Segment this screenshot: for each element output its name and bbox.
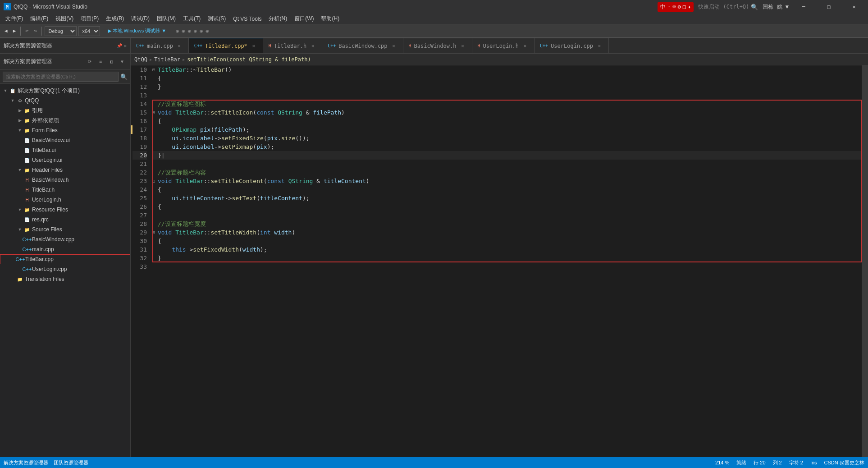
tree-project-qtqq[interactable]: ▼ ⚙ QtQQ — [0, 96, 130, 106]
code-line-15: ⊟ void TitleBar::setTitleIcon(const QStr… — [152, 108, 862, 117]
tab-label-titlebar: TitleBar.cpp* — [205, 43, 247, 49]
expand-29[interactable]: ⊟ — [152, 228, 158, 237]
tab-main-cpp[interactable]: C++ main.cpp ✕ — [131, 38, 189, 53]
tree-userlogin-ui[interactable]: 📄 UserLogin.ui — [0, 155, 130, 165]
qrc-label: res.qrc — [32, 216, 49, 223]
status-ready: 就绪 — [736, 459, 746, 466]
config-dropdown[interactable]: Debug Release — [45, 26, 77, 36]
tree-basicwindow-ui[interactable]: 📄 BasicWindow.ui — [0, 135, 130, 145]
tree-titlebar-ui[interactable]: 📄 TitleBar.ui — [0, 145, 130, 155]
close-panel-icon[interactable]: ✕ — [124, 43, 127, 48]
expand-10[interactable]: ⊟ — [152, 65, 158, 74]
filter-btn[interactable]: ≡ — [96, 57, 105, 66]
tree-search-input[interactable] — [3, 72, 119, 82]
tree-bw-cpp[interactable]: C++ BasicWindow.cpp — [0, 234, 130, 244]
tab-titlebar-h[interactable]: H TitleBar.h ✕ — [263, 38, 322, 53]
pin-icon[interactable]: 📌 — [117, 43, 122, 48]
run-button[interactable]: ▶ 本地 Windows 调试器 ▼ — [106, 28, 169, 34]
code-line-30: { — [152, 237, 862, 245]
tab-close-titlebar[interactable]: ✕ — [250, 42, 257, 50]
solution-icon: 📋 — [9, 87, 16, 94]
menu-qt[interactable]: Qt VS Tools — [229, 15, 265, 23]
code-line-10: ⊟ TitleBar::~TitleBar() — [152, 65, 862, 74]
solution-explorer-title: 解决方案资源管理器 — [4, 58, 52, 65]
tab-close-main[interactable]: ✕ — [176, 42, 183, 50]
toolbar-fwd-btn[interactable]: ▶ — [11, 26, 18, 36]
tab-titlebar-cpp[interactable]: C++ TitleBar.cpp* ✕ — [189, 38, 263, 53]
tab-basicwindow-h[interactable]: H BasicWindow.h ✕ — [403, 38, 472, 53]
solution-explorer-tab[interactable]: 解决方案资源管理器 — [4, 42, 52, 50]
status-tab-team[interactable]: 团队资源管理器 — [54, 459, 88, 466]
toolbar-redo-btn[interactable]: ↪ — [32, 26, 39, 36]
breadcrumb-class[interactable]: TitleBar — [154, 56, 180, 63]
menu-help[interactable]: 帮助(H) — [317, 14, 343, 23]
menu-edit[interactable]: 编辑(E) — [27, 14, 52, 23]
menu-build[interactable]: 生成(B) — [102, 14, 128, 23]
view-btn[interactable]: ◧ — [107, 57, 116, 66]
ime-settings-icon: ⚙ — [678, 4, 681, 10]
tree-source-files[interactable]: ▼ 📁 Source Files — [0, 225, 130, 234]
sync-btn[interactable]: ⟳ — [85, 57, 94, 66]
expand-15[interactable]: ⊟ — [152, 108, 158, 117]
tree-bw-h[interactable]: H BasicWindow.h — [0, 175, 130, 185]
tree-tb-h[interactable]: H TitleBar.h — [0, 185, 130, 195]
tree-res-qrc[interactable]: 📄 res.qrc — [0, 215, 130, 225]
menu-analyze[interactable]: 分析(N) — [265, 14, 291, 23]
breadcrumb-project[interactable]: QtQQ — [134, 56, 147, 63]
ulh-icon: H — [23, 196, 31, 203]
tree-resource-files[interactable]: ▼ 📁 Resource Files — [0, 205, 130, 215]
toolbar-undo-btn[interactable]: ↩ — [23, 26, 30, 36]
menu-tools[interactable]: 工具(T) — [179, 14, 204, 23]
tree-ul-h[interactable]: H UserLogin.h — [0, 195, 130, 205]
minimize-button[interactable]: ─ — [793, 0, 814, 14]
menu-test[interactable]: 测试(S) — [204, 14, 229, 23]
form-icon: 📁 — [23, 127, 31, 134]
res-label: Resource Files — [32, 206, 68, 213]
tree-form-files[interactable]: ▼ 📁 Form Files — [0, 125, 130, 135]
toolbar-back-btn[interactable]: ◀ — [3, 26, 9, 36]
window-title: QtQQ - Microsoft Visual Studio — [14, 4, 87, 10]
code-content[interactable]: ⊟ TitleBar::~TitleBar() { } — [152, 65, 862, 457]
title-bar: M QtQQ - Microsoft Visual Studio 中 · ⌨ ⚙… — [0, 0, 868, 14]
tab-close-ul-h[interactable]: ✕ — [521, 42, 529, 50]
tbui-icon: 📄 — [23, 147, 31, 154]
ime-icon5: ✦ — [688, 4, 691, 10]
tree-ul-cpp[interactable]: C++ UserLogin.cpp — [0, 264, 130, 274]
tree-solution[interactable]: ▼ 📋 解决方案'QtQQ'(1 个项目) — [0, 86, 130, 96]
status-tab-solution[interactable]: 解决方案资源管理器 — [4, 459, 48, 466]
src-arrow: ▼ — [16, 226, 23, 233]
tab-label-bw-h: BasicWindow.h — [414, 43, 457, 49]
tab-basicwindow-cpp[interactable]: C++ BasicWindow.cpp ✕ — [322, 38, 403, 53]
solution-arrow: ▼ — [2, 87, 9, 94]
menu-team[interactable]: 团队(M) — [153, 14, 179, 23]
tab-close-ul-cpp[interactable]: ✕ — [596, 42, 603, 50]
tab-userlogin-h[interactable]: H UserLogin.h ✕ — [472, 38, 535, 53]
solution-label: 解决方案'QtQQ'(1 个项目) — [18, 87, 80, 95]
tab-userlogin-cpp[interactable]: C++ UserLogin.cpp ✕ — [535, 38, 609, 53]
menu-view[interactable]: 视图(V) — [52, 14, 77, 23]
tree-translation-files[interactable]: 📁 Translation Files — [0, 274, 130, 284]
project-arrow: ▼ — [9, 97, 16, 104]
expand-23[interactable]: ⊟ — [152, 177, 158, 185]
maximize-button[interactable]: □ — [818, 0, 839, 14]
tree-references[interactable]: ▶ 📁 引用 — [0, 106, 130, 115]
tree-external[interactable]: ▶ 📁 外部依赖项 — [0, 115, 130, 125]
menu-window[interactable]: 窗口(W) — [291, 14, 317, 23]
more-btn[interactable]: ▼ — [118, 57, 127, 66]
tab-close-bw[interactable]: ✕ — [390, 42, 397, 50]
tree-header-files[interactable]: ▼ 📁 Header Files — [0, 165, 130, 175]
breadcrumb-func[interactable]: setTitleIcon(const QString & filePath) — [187, 56, 311, 63]
menu-project[interactable]: 项目(P) — [77, 14, 102, 23]
tab-close-bw-h[interactable]: ✕ — [459, 42, 466, 50]
menu-file[interactable]: 文件(F) — [2, 14, 27, 23]
vertical-scrollbar[interactable] — [862, 65, 868, 457]
close-button[interactable]: ✕ — [844, 0, 864, 14]
tab-close-titlebar-h[interactable]: ✕ — [309, 42, 316, 50]
platform-dropdown[interactable]: x64 x86 — [78, 26, 100, 36]
tree-titlebar-cpp[interactable]: C++ TitleBar.cpp — [0, 254, 130, 264]
ime-toolbar[interactable]: 中 · ⌨ ⚙ □ ✦ — [658, 2, 694, 12]
code-line-22: //设置标题栏内容 — [152, 168, 862, 177]
menu-debug[interactable]: 调试(D) — [128, 14, 153, 23]
toolbar-extra-btns: ◉ ◉ ◉ ◉ ◉ ◉ — [174, 26, 210, 36]
tree-main-cpp[interactable]: C++ main.cpp — [0, 244, 130, 254]
